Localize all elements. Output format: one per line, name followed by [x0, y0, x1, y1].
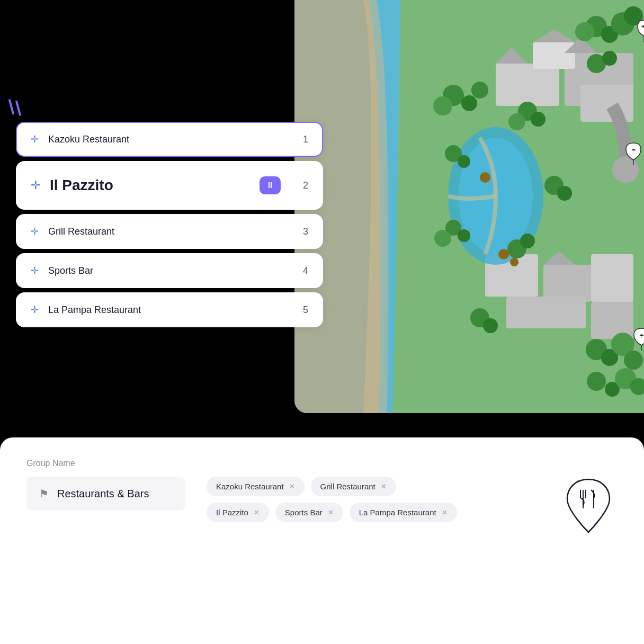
- tags-area: Kazoku Restaurant ✕ Grill Restaurant ✕ I…: [207, 477, 538, 522]
- pause-icon: ⏸: [266, 181, 274, 190]
- svg-point-18: [461, 95, 477, 111]
- item-order: 1: [303, 134, 308, 145]
- svg-text:☂: ☂: [631, 148, 636, 154]
- tag-remove-grill[interactable]: ✕: [381, 482, 387, 490]
- tag-sports-bar[interactable]: Sports Bar ✕: [275, 503, 343, 522]
- map-container[interactable]: ☂ ✕ 🍴: [294, 0, 644, 413]
- item-name-3: Grill Restaurant: [48, 226, 297, 237]
- tag-label-kazoku: Kazoku Restaurant: [216, 482, 284, 491]
- svg-point-52: [510, 258, 518, 266]
- svg-point-45: [624, 351, 643, 370]
- svg-point-30: [434, 230, 451, 247]
- item-name-5: La Pampa Restaurant: [48, 305, 297, 316]
- group-name-box[interactable]: ⚑ Restaurants & Bars: [26, 477, 185, 511]
- list-item-grill[interactable]: ✛ Grill Restaurant 3: [16, 214, 323, 249]
- bottom-section: Group Name ⚑ Restaurants & Bars Kazoku R…: [0, 437, 644, 644]
- svg-point-41: [602, 51, 617, 66]
- svg-rect-12: [591, 302, 633, 339]
- svg-point-19: [433, 96, 452, 115]
- list-item-pazzito[interactable]: ✛ Il Pazzito ⏸ 2: [16, 161, 323, 210]
- svg-rect-3: [533, 42, 575, 69]
- item-name: Kazoku Restaurant: [48, 134, 297, 145]
- svg-point-27: [557, 186, 572, 201]
- move-icon-2[interactable]: ✛: [31, 178, 40, 192]
- svg-point-46: [587, 372, 606, 391]
- drag-indicator: [11, 98, 19, 117]
- item-order-2: 2: [303, 180, 308, 191]
- tag-grill[interactable]: Grill Restaurant ✕: [311, 477, 396, 496]
- svg-rect-9: [543, 265, 591, 302]
- svg-rect-4: [580, 85, 633, 122]
- tag-label-grill: Grill Restaurant: [320, 482, 375, 491]
- tag-remove-la-pampa[interactable]: ✕: [442, 508, 448, 516]
- tag-remove-kazoku[interactable]: ✕: [289, 482, 295, 490]
- svg-point-23: [508, 113, 525, 130]
- map-pin-preview-container: [559, 477, 618, 535]
- tags-row-2: Il Pazzito ✕ Sports Bar ✕ La Pampa Resta…: [207, 503, 538, 522]
- list-item-sports-bar[interactable]: ✛ Sports Bar 4: [16, 253, 323, 288]
- tag-remove-pazzito[interactable]: ✕: [254, 508, 260, 516]
- list-item[interactable]: ✛ Kazoku Restaurant 1: [16, 122, 323, 157]
- move-icon-5[interactable]: ✛: [31, 304, 39, 316]
- tag-label-la-pampa: La Pampa Restaurant: [359, 508, 436, 517]
- map-pin-preview-svg: [565, 477, 612, 535]
- svg-point-53: [612, 156, 639, 183]
- item-order-3: 3: [303, 226, 308, 237]
- tag-label-pazzito: Il Pazzito: [216, 508, 248, 517]
- group-name-label: Group Name: [26, 459, 618, 468]
- pause-badge[interactable]: ⏸: [260, 176, 281, 194]
- group-name-text: Restaurants & Bars: [57, 488, 149, 500]
- svg-text:☂: ☂: [641, 23, 645, 32]
- svg-text:☂: ☂: [639, 333, 644, 339]
- svg-rect-11: [506, 297, 586, 328]
- move-icon[interactable]: ✛: [31, 133, 39, 145]
- svg-rect-1: [496, 64, 559, 106]
- list-item-la-pampa[interactable]: ✛ La Pampa Restaurant 5: [16, 292, 323, 327]
- tag-label-sports-bar: Sports Bar: [285, 508, 323, 517]
- move-icon-4[interactable]: ✛: [31, 265, 39, 276]
- item-order-4: 4: [303, 265, 308, 276]
- svg-point-20: [471, 82, 488, 99]
- top-section: ☂ ✕ 🍴: [0, 0, 644, 413]
- tag-kazoku[interactable]: Kazoku Restaurant ✕: [207, 477, 305, 496]
- tag-pazzito[interactable]: Il Pazzito ✕: [207, 503, 269, 522]
- tag-remove-sports-bar[interactable]: ✕: [328, 508, 334, 516]
- svg-point-32: [520, 234, 535, 248]
- svg-point-51: [498, 249, 509, 260]
- tags-row-1: Kazoku Restaurant ✕ Grill Restaurant ✕: [207, 477, 538, 496]
- list-panel: ✛ Kazoku Restaurant 1 ✛ Il Pazzito ⏸ 2 ✛…: [16, 122, 323, 332]
- svg-point-34: [483, 318, 498, 333]
- svg-point-29: [458, 229, 470, 242]
- svg-point-37: [575, 22, 594, 41]
- svg-point-22: [531, 112, 545, 127]
- svg-point-25: [458, 155, 470, 168]
- svg-point-50: [480, 172, 490, 183]
- move-icon-3[interactable]: ✛: [31, 226, 39, 237]
- item-order-5: 5: [303, 305, 308, 316]
- svg-rect-10: [591, 254, 633, 302]
- flag-icon: ⚑: [39, 487, 49, 500]
- item-name-4: Sports Bar: [48, 265, 297, 276]
- tag-la-pampa[interactable]: La Pampa Restaurant ✕: [350, 503, 457, 522]
